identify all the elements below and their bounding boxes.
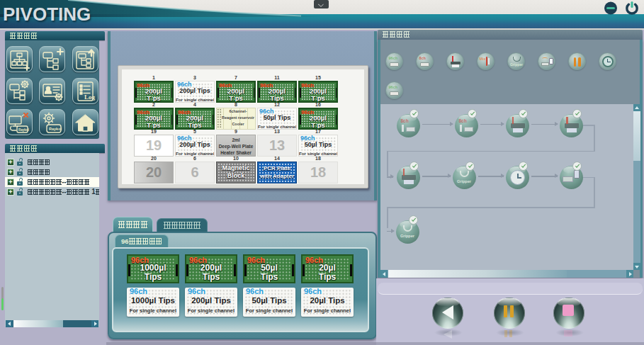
svg-text:Raykol: Raykol (49, 126, 62, 130)
svg-text:Raykol: Raykol (18, 128, 29, 132)
svg-text:Log: Log (84, 94, 96, 101)
